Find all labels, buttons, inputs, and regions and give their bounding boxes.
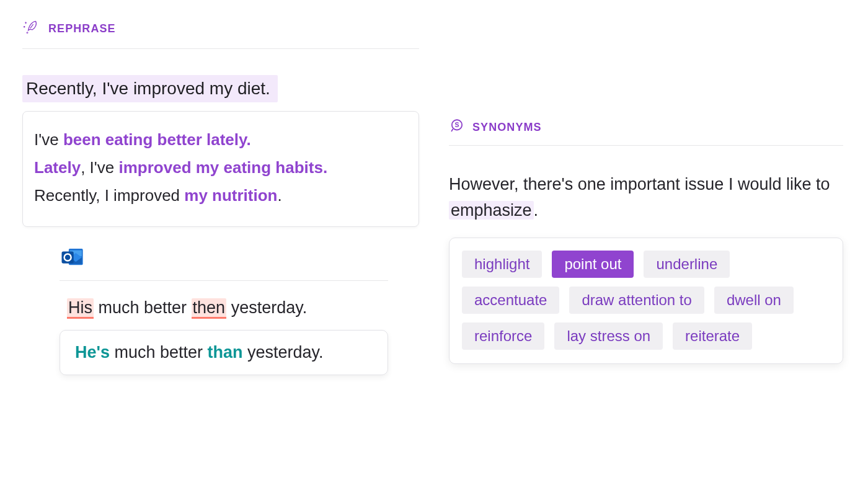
synonym-chip[interactable]: dwell on xyxy=(714,287,794,314)
synonyms-source-text[interactable]: However, there's one important issue I w… xyxy=(449,172,843,224)
rephrase-option[interactable]: I've been eating better lately. xyxy=(34,129,407,151)
synonym-chip[interactable]: reinforce xyxy=(462,322,544,350)
grammar-fix-word: He's xyxy=(75,343,110,362)
grammar-error-word: then xyxy=(192,298,227,319)
grammar-error-word: His xyxy=(67,298,94,319)
synonym-chip[interactable]: accentuate xyxy=(462,287,559,314)
outlook-row xyxy=(60,244,388,281)
synonym-chip[interactable]: underline xyxy=(644,251,730,278)
rephrase-suggestions-card: I've been eating better lately. Lately, … xyxy=(22,111,419,227)
grammar-correction-card[interactable]: He's much better than yesterday. xyxy=(60,330,388,375)
rephrase-title: REPHRASE xyxy=(48,22,116,35)
rephrase-feather-icon xyxy=(22,17,42,40)
svg-text:S: S xyxy=(454,121,459,128)
grammar-fix-word: than xyxy=(208,343,243,362)
synonym-chip[interactable]: highlight xyxy=(462,251,542,278)
synonym-chip[interactable]: point out xyxy=(552,251,634,278)
svg-point-0 xyxy=(24,27,25,27)
grammar-source-text[interactable]: His much better then yesterday. xyxy=(60,298,388,318)
rephrase-option[interactable]: Lately, I've improved my eating habits. xyxy=(34,157,407,179)
grammar-block: His much better then yesterday. He's muc… xyxy=(60,244,388,375)
rephrase-header: REPHRASE xyxy=(22,17,419,49)
synonyms-target-word: emphasize xyxy=(449,201,534,220)
rephrase-option[interactable]: Recently, I improved my nutrition. xyxy=(34,185,407,207)
synonym-chip[interactable]: reiterate xyxy=(673,322,752,350)
synonym-chip[interactable]: lay stress on xyxy=(554,322,663,350)
synonyms-title: SYNONYMS xyxy=(472,121,542,134)
synonym-chip[interactable]: draw attention to xyxy=(569,287,704,314)
rephrase-source-text[interactable]: Recently, I've improved my diet. xyxy=(22,75,278,102)
synonyms-header: S SYNONYMS xyxy=(449,118,843,146)
outlook-icon xyxy=(60,244,86,270)
synonyms-icon: S xyxy=(449,118,465,136)
synonyms-card: highlightpoint outunderlineaccentuatedra… xyxy=(449,238,843,364)
